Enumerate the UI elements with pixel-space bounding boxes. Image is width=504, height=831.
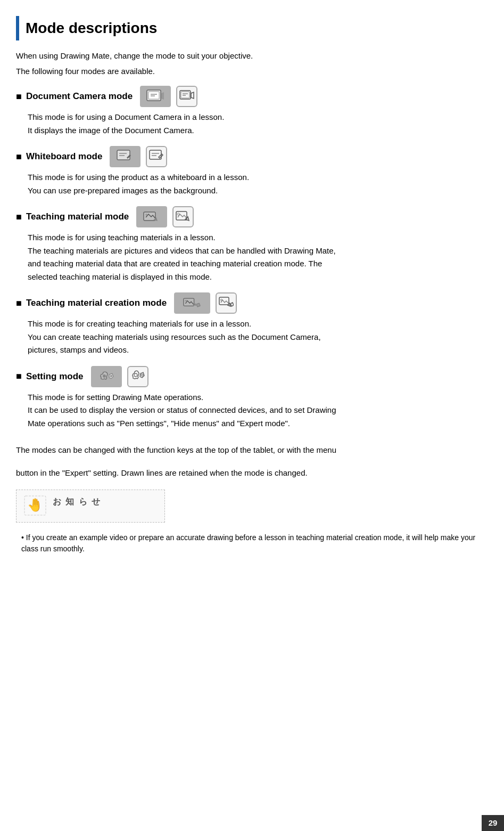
bullet-whiteboard: ■	[16, 150, 22, 164]
section-setting: ■ Setting mode	[16, 366, 488, 430]
title-teaching-creation: Teaching material creation mode	[26, 296, 167, 310]
bullet-teaching-material: ■	[16, 210, 22, 224]
body-tc-line-3: pictures, stamps and videos.	[28, 344, 488, 356]
title-teaching-material: Teaching material mode	[26, 210, 129, 224]
title-setting: Setting mode	[26, 370, 84, 384]
svg-point-25	[141, 374, 143, 376]
icon-setting-filled	[91, 366, 122, 387]
body-tc-line-1: This mode is for creating teaching mater…	[28, 318, 488, 330]
page-title-bar: Mode descriptions	[16, 16, 488, 40]
body-tm-line-3: and teaching material data that are crea…	[28, 258, 488, 270]
body-tm-line-1: This mode is for using teaching material…	[28, 232, 488, 244]
section-header-document-camera: ■ Document Camera mode	[16, 86, 488, 107]
body-set-line-3: Mate operations such as "Pen settings", …	[28, 418, 488, 430]
svg-point-15	[145, 214, 147, 216]
title-blue-bar	[16, 16, 19, 40]
bullet-document-camera: ■	[16, 89, 22, 104]
icon-document-camera-outline	[176, 86, 197, 107]
notice-label: お 知 ら せ	[53, 495, 101, 508]
body-tm-line-4: selected teaching material is displayed …	[28, 271, 488, 283]
section-teaching-creation: ■ Teaching material creation mode	[16, 292, 488, 356]
svg-rect-20	[219, 297, 229, 305]
page-number: 29	[482, 815, 504, 831]
page-title: Mode descriptions	[26, 17, 157, 39]
svg-point-21	[221, 299, 222, 301]
body-document-camera: This mode is for using a Document Camera…	[16, 111, 488, 136]
section-teaching-material: ■ Teaching material mode	[16, 206, 488, 283]
section-header-whiteboard: ■ Whiteboard mode	[16, 146, 488, 167]
body-teaching-material: This mode is for using teaching material…	[16, 232, 488, 283]
section-document-camera: ■ Document Camera mode	[16, 86, 488, 136]
svg-text:🤚: 🤚	[27, 497, 43, 512]
svg-rect-5	[181, 92, 189, 98]
icon-teaching-material-filled	[136, 206, 167, 227]
notice-box: 🤚 お 知 ら せ	[16, 490, 165, 523]
title-whiteboard: Whiteboard mode	[26, 150, 103, 164]
body-set-line-1: This mode is for setting Drawing Mate op…	[28, 392, 488, 404]
svg-point-23	[110, 375, 112, 377]
icon-whiteboard-outline	[146, 146, 167, 167]
footer-line-1: The modes can be changed with the functi…	[16, 444, 488, 457]
svg-point-19	[185, 300, 187, 302]
icon-teaching-creation-outline	[216, 292, 237, 314]
svg-rect-1	[148, 92, 159, 99]
section-header-teaching-material: ■ Teaching material mode	[16, 206, 488, 227]
section-header-teaching-creation: ■ Teaching material creation mode	[16, 292, 488, 314]
footer-line-2: button in the "Expert" setting. Drawn li…	[16, 467, 488, 479]
intro-line-2: The following four modes are available.	[16, 66, 488, 78]
body-tm-line-2: The teaching materials are pictures and …	[28, 245, 488, 257]
body-teaching-creation: This mode is for creating teaching mater…	[16, 318, 488, 356]
section-header-setting: ■ Setting mode	[16, 366, 488, 387]
body-doc-cam-line-1: This mode is for using a Document Camera…	[28, 111, 488, 124]
bullet-setting: ■	[16, 369, 22, 384]
body-whiteboard: This mode is for using the product as a …	[16, 172, 488, 197]
bullet-note-text: If you create an example video or prepar…	[21, 533, 475, 553]
notice-hand-icon: 🤚	[24, 495, 48, 517]
icon-document-camera-filled	[140, 86, 171, 107]
body-set-line-2: It can be used to display the version or…	[28, 404, 488, 417]
svg-point-24	[134, 373, 137, 377]
body-setting: This mode is for setting Drawing Mate op…	[16, 392, 488, 430]
title-document-camera: Document Camera mode	[26, 89, 133, 103]
intro-line-1: When using Drawing Mate, change the mode…	[16, 50, 488, 62]
bullet-teaching-creation: ■	[16, 296, 22, 311]
body-doc-cam-line-2: It displays the image of the Document Ca…	[28, 125, 488, 137]
svg-point-17	[177, 213, 179, 215]
bullet-note: If you create an example video or prepar…	[16, 532, 488, 555]
icon-setting-outline	[127, 366, 148, 387]
icon-teaching-creation-filled	[174, 292, 210, 314]
icon-whiteboard-filled	[110, 146, 141, 167]
body-tc-line-2: You can create teaching materials using …	[28, 331, 488, 344]
icon-teaching-material-outline	[172, 206, 194, 227]
body-wb-line-1: This mode is for using the product as a …	[28, 172, 488, 184]
body-wb-line-2: You can use pre-prepared images as the b…	[28, 185, 488, 197]
section-whiteboard: ■ Whiteboard mode	[16, 146, 488, 197]
svg-point-22	[103, 374, 106, 378]
